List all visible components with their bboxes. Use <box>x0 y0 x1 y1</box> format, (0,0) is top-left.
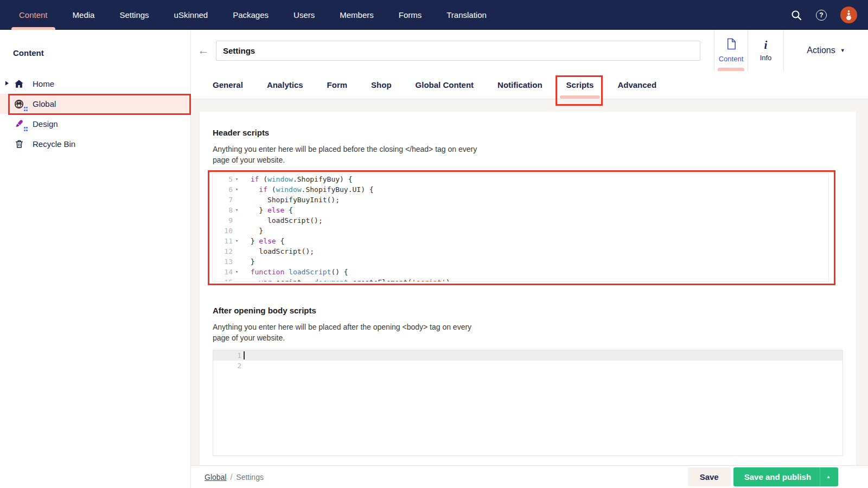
code-line: 13 } <box>213 256 828 267</box>
fold-caret-icon[interactable]: ▾ <box>233 184 241 195</box>
line-number: 9 <box>213 215 241 226</box>
nav-item-label: Packages <box>233 10 269 20</box>
nav-item-uskinned[interactable]: uSkinned <box>162 0 221 30</box>
trash-icon <box>13 138 25 150</box>
line-number: 7 <box>213 195 241 205</box>
tab-advanced[interactable]: Advanced <box>617 80 656 89</box>
body-scripts-editor[interactable]: 12 <box>213 350 843 456</box>
save-and-publish-button[interactable]: Save and publish ▲ <box>733 467 838 486</box>
tab-label: Scripts <box>566 80 594 89</box>
code-line: 10 } <box>213 226 828 236</box>
code-line: 11▾ } else { <box>213 236 828 246</box>
line-number: 14▾ <box>213 267 241 277</box>
line-number: 15 <box>213 277 241 282</box>
tree-expand-caret-icon[interactable] <box>0 81 9 87</box>
code-text: } else { <box>241 236 284 246</box>
sidebar-title: Content <box>0 30 190 74</box>
body-scripts-title: After opening body scripts <box>213 306 843 315</box>
actions-dropdown-button[interactable]: Actions ▼ <box>783 30 868 71</box>
header-scripts-title: Header scripts <box>213 128 843 137</box>
code-text: if (window.ShopifyBuy.UI) { <box>241 184 374 195</box>
fold-caret-icon[interactable]: ▾ <box>233 267 241 277</box>
header-tab-label: Info <box>760 54 772 62</box>
fold-caret-icon[interactable]: ▾ <box>233 205 241 215</box>
nav-item-media[interactable]: Media <box>60 0 107 30</box>
code-text: loadScript(); <box>241 215 323 226</box>
nav-item-packages[interactable]: Packages <box>220 0 281 30</box>
header-tab-info[interactable]: i Info <box>748 30 783 71</box>
code-line: 8▾ } else { <box>213 205 828 215</box>
tab-general[interactable]: General <box>213 80 243 89</box>
line-number: 5▾ <box>213 174 241 184</box>
header-tab-label: Content <box>719 55 744 63</box>
nav-item-settings[interactable]: Settings <box>107 0 161 30</box>
tab-label: Global Content <box>416 80 474 89</box>
code-text: if (window.ShopifyBuy) { <box>241 174 353 184</box>
line-number: 6▾ <box>213 184 241 195</box>
scripts-settings-card: Header scripts Anything you enter here w… <box>200 112 856 465</box>
tab-analytics[interactable]: Analytics <box>267 80 303 89</box>
line-number: 11▾ <box>213 236 241 246</box>
code-line: 2 <box>213 361 843 371</box>
chevron-down-icon: ▼ <box>840 48 845 53</box>
sidebar-item-label: Recycle Bin <box>33 139 75 149</box>
fold-caret-icon[interactable]: ▾ <box>233 174 241 184</box>
chevron-up-icon[interactable]: ▲ <box>820 467 838 486</box>
fold-caret-icon[interactable]: ▾ <box>233 236 241 246</box>
nav-item-forms[interactable]: Forms <box>386 0 435 30</box>
nav-item-label: Forms <box>399 10 422 20</box>
back-arrow-icon: ← <box>198 44 209 57</box>
code-text: } <box>241 226 263 236</box>
nav-item-users[interactable]: Users <box>281 0 327 30</box>
nav-item-label: Media <box>73 10 95 20</box>
tab-global-content[interactable]: Global Content <box>416 80 474 89</box>
sidebar-item-recycle-bin[interactable]: Recycle Bin <box>0 134 190 154</box>
breadcrumb-current: Settings <box>236 473 264 481</box>
line-number: 13 <box>213 256 241 267</box>
code-text: var script = document.createElement('scr… <box>241 277 454 282</box>
sidebar-item-global[interactable]: Global <box>0 94 190 114</box>
header-scripts-editor[interactable]: 5▾ if (window.ShopifyBuy) {6▾ if (window… <box>212 174 829 282</box>
nav-item-content[interactable]: Content <box>7 0 60 30</box>
nav-item-translation[interactable]: Translation <box>434 0 499 30</box>
code-line: 14▾ function loadScript() { <box>213 267 828 277</box>
tab-scripts[interactable]: Scripts <box>566 80 594 89</box>
tab-form[interactable]: Form <box>327 80 348 89</box>
page-title-input[interactable] <box>216 41 700 61</box>
avatar[interactable] <box>840 7 857 23</box>
nav-item-members[interactable]: Members <box>327 0 386 30</box>
help-icon[interactable]: ? <box>816 10 827 21</box>
tab-content-area: Header scripts Anything you enter here w… <box>191 99 868 465</box>
code-text: ShopifyBuyInit(); <box>241 195 340 205</box>
header-scripts-description: Anything you enter here will be placed b… <box>213 144 480 165</box>
nav-item-label: Settings <box>119 10 149 20</box>
code-text: } <box>241 256 254 267</box>
globe-icon <box>13 98 25 110</box>
info-icon: i <box>764 39 768 51</box>
home-icon <box>13 78 25 90</box>
actions-label: Actions <box>807 46 835 55</box>
back-button[interactable]: ← <box>191 30 216 71</box>
editor-header: ← Content i Info Actions ▼ <box>191 30 868 71</box>
breadcrumb-global-link[interactable]: Global <box>205 473 226 481</box>
code-line: 1 <box>213 350 843 361</box>
save-button[interactable]: Save <box>688 467 731 486</box>
editor-footer: Global / Settings Save Save and publish … <box>191 465 868 488</box>
content-type-dots <box>24 107 28 111</box>
search-icon[interactable] <box>790 9 802 21</box>
sidebar-item-label: Home <box>33 79 54 88</box>
help-glyph: ? <box>819 11 823 19</box>
tab-shop[interactable]: Shop <box>371 80 392 89</box>
sidebar-item-design[interactable]: Design <box>0 114 190 134</box>
tab-notification[interactable]: Notification <box>497 80 542 89</box>
code-line: 7 ShopifyBuyInit(); <box>213 195 828 205</box>
line-number: 1 <box>213 350 241 361</box>
nav-item-label: Users <box>293 10 315 20</box>
text-cursor <box>244 351 245 359</box>
save-and-publish-label: Save and publish <box>733 467 820 486</box>
body-scripts-description: Anything you enter here will be placed a… <box>213 322 480 343</box>
sidebar-item-home[interactable]: Home <box>0 74 190 94</box>
header-tab-content[interactable]: Content <box>714 30 748 71</box>
breadcrumb-separator: / <box>230 473 232 481</box>
code-line: 6▾ if (window.ShopifyBuy.UI) { <box>213 184 828 195</box>
